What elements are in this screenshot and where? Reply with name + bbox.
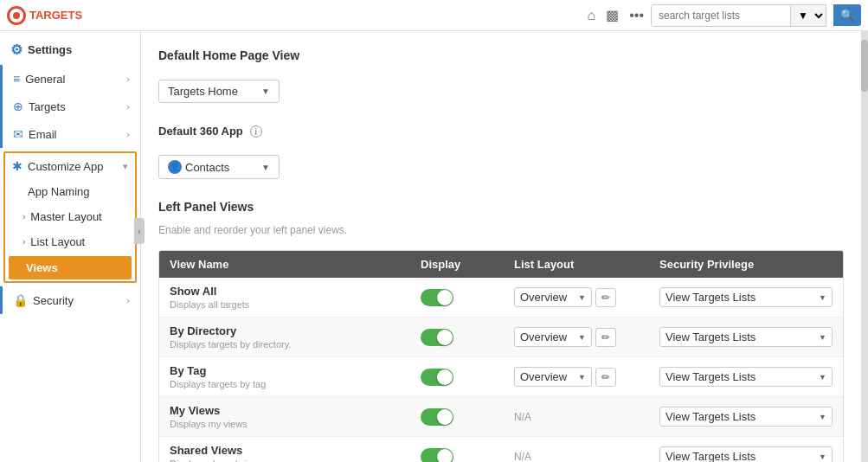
left-panel-subtitle: Enable and reorder your left panel views… bbox=[158, 224, 844, 236]
toggle-showall[interactable] bbox=[421, 289, 507, 306]
general-icon: ≡ bbox=[13, 72, 20, 86]
edit-btn-bydirectory[interactable]: ✏ bbox=[595, 328, 616, 347]
layout-select-bydirectory[interactable]: Overview ▼ bbox=[514, 327, 592, 347]
security-arrow-showall: ▼ bbox=[819, 293, 826, 302]
bar-chart-icon[interactable]: ▩ bbox=[606, 7, 619, 23]
layout-arrow-showall: ▼ bbox=[578, 293, 586, 302]
sidebar-collapse-btn[interactable]: ‹ bbox=[134, 218, 141, 244]
search-button[interactable]: 🔍 bbox=[833, 4, 861, 26]
sidebar-title: Settings bbox=[28, 43, 72, 56]
sidebar-item-general[interactable]: ≡ General › bbox=[0, 65, 140, 93]
sidebar: ⚙ Settings ≡ General › ⊕ Targets › ✉ Ema… bbox=[0, 31, 141, 462]
chevron-general: › bbox=[126, 74, 130, 84]
email-icon: ✉ bbox=[13, 127, 23, 141]
view-name-bytag: By Tag Displays targets by tag bbox=[170, 364, 414, 389]
default-home-dropdown[interactable]: Targets Home ▼ bbox=[158, 80, 280, 103]
layout-cell-myviews: N/A bbox=[514, 411, 653, 423]
logo-circle bbox=[7, 6, 26, 25]
submenu-views[interactable]: Views bbox=[9, 256, 132, 279]
search-dropdown[interactable]: ▼ bbox=[790, 5, 826, 26]
na-myviews: N/A bbox=[514, 411, 531, 423]
security-select-bydirectory[interactable]: View Targets Lists ▼ bbox=[659, 327, 833, 347]
security-select-showall[interactable]: View Targets Lists ▼ bbox=[659, 287, 833, 307]
layout-cell-bytag: Overview ▼ ✏ bbox=[514, 367, 653, 387]
default-home-title: Default Home Page View bbox=[158, 48, 844, 62]
toggle-sharedviews[interactable] bbox=[421, 448, 507, 462]
edit-btn-showall[interactable]: ✏ bbox=[595, 288, 616, 307]
layout-arrow-bytag: ▼ bbox=[578, 373, 586, 382]
toggle-bydirectory[interactable] bbox=[421, 329, 507, 346]
table-row: By Directory Displays targets by directo… bbox=[159, 318, 843, 357]
targets-icon: ⊕ bbox=[13, 99, 23, 113]
chevron-targets: › bbox=[126, 101, 130, 112]
table-header: View Name Display List Layout Security P… bbox=[159, 251, 843, 278]
sidebar-header: ⚙ Settings bbox=[0, 31, 140, 65]
contacts-option: 👤 Contacts bbox=[168, 160, 229, 174]
main-inner: Default Home Page View Targets Home ▼ De… bbox=[141, 31, 861, 462]
submenu-app-naming[interactable]: App Naming bbox=[5, 179, 135, 204]
toggle-myviews[interactable] bbox=[421, 408, 507, 426]
layout-cell-sharedviews: N/A bbox=[514, 451, 653, 462]
submenu-master-layout[interactable]: › Master Layout bbox=[5, 204, 135, 229]
gear-icon: ⚙ bbox=[10, 42, 23, 58]
label-views: Views bbox=[26, 261, 58, 274]
sidebar-label-targets: Targets bbox=[29, 100, 126, 113]
sidebar-label-customize: Customize App bbox=[28, 160, 123, 173]
layout-arrow-bydirectory: ▼ bbox=[578, 333, 586, 342]
layout: ⚙ Settings ≡ General › ⊕ Targets › ✉ Ema… bbox=[0, 31, 868, 462]
submenu-list-layout[interactable]: › List Layout bbox=[5, 229, 135, 254]
layout-select-showall[interactable]: Overview ▼ bbox=[514, 287, 592, 307]
view-name-bydirectory: By Directory Displays targets by directo… bbox=[170, 324, 414, 350]
col-list-layout: List Layout bbox=[514, 258, 653, 271]
layout-select-bytag[interactable]: Overview ▼ bbox=[514, 367, 592, 387]
arrow-master-layout: › bbox=[23, 212, 25, 221]
table-row: By Tag Displays targets by tag Overview … bbox=[159, 357, 843, 397]
info-icon[interactable]: i bbox=[250, 125, 262, 138]
default-360-dropdown[interactable]: 👤 Contacts ▼ bbox=[158, 155, 280, 179]
security-select-bytag[interactable]: View Targets Lists ▼ bbox=[659, 367, 833, 387]
label-list-layout: List Layout bbox=[30, 235, 85, 248]
top-nav: TARGETS ⌂ ▩ ••• ▼ 🔍 bbox=[0, 0, 868, 31]
default-360-title: Default 360 App i bbox=[158, 124, 844, 138]
main-content: Default Home Page View Targets Home ▼ De… bbox=[141, 31, 861, 462]
sidebar-item-targets[interactable]: ⊕ Targets › bbox=[0, 93, 140, 120]
top-nav-icons: ⌂ ▩ ••• bbox=[588, 7, 644, 23]
col-display: Display bbox=[421, 258, 507, 271]
security-arrow-bydirectory: ▼ bbox=[819, 333, 826, 342]
search-container: ▼ bbox=[651, 4, 826, 27]
sidebar-item-email[interactable]: ✉ Email › bbox=[0, 120, 140, 148]
security-select-sharedviews[interactable]: View Targets Lists ▼ bbox=[659, 446, 833, 462]
security-select-myviews[interactable]: View Targets Lists ▼ bbox=[659, 407, 833, 427]
left-panel-section: Left Panel Views Enable and reorder your… bbox=[158, 200, 844, 462]
home-icon[interactable]: ⌂ bbox=[588, 8, 596, 23]
chevron-customize: ▾ bbox=[123, 161, 128, 172]
na-sharedviews: N/A bbox=[514, 451, 531, 462]
view-name-sharedviews: Shared Views Displays shared views bbox=[170, 444, 414, 462]
security-icon: 🔒 bbox=[13, 293, 28, 307]
views-table: View Name Display List Layout Security P… bbox=[158, 250, 844, 462]
search-input[interactable] bbox=[652, 6, 790, 25]
default-360-value: Contacts bbox=[185, 161, 229, 174]
edit-btn-bytag[interactable]: ✏ bbox=[595, 368, 616, 387]
contacts-avatar-icon: 👤 bbox=[168, 160, 182, 174]
sidebar-label-general: General bbox=[25, 73, 126, 86]
view-name-showall: Show All Displays all targets bbox=[170, 285, 414, 310]
chevron-security: › bbox=[126, 295, 130, 305]
app-logo: TARGETS bbox=[7, 6, 82, 25]
security-arrow-bytag: ▼ bbox=[819, 373, 826, 382]
label-app-naming: App Naming bbox=[28, 185, 90, 198]
sidebar-item-customize[interactable]: ✱ Customize App ▾ bbox=[5, 153, 135, 179]
sidebar-item-security[interactable]: 🔒 Security › bbox=[0, 286, 140, 314]
customize-app-section: ✱ Customize App ▾ App Naming › Master La… bbox=[3, 151, 137, 283]
more-icon[interactable]: ••• bbox=[629, 8, 644, 23]
default-home-arrow: ▼ bbox=[261, 87, 270, 96]
table-row: Show All Displays all targets Overview ▼… bbox=[159, 278, 843, 318]
sidebar-label-email: Email bbox=[29, 128, 126, 141]
table-row: My Views Displays my views N/A View Targ… bbox=[159, 397, 843, 437]
toggle-bytag[interactable] bbox=[421, 369, 507, 386]
app-title: TARGETS bbox=[29, 9, 82, 22]
scrollbar[interactable] bbox=[861, 31, 868, 462]
scroll-thumb[interactable] bbox=[861, 40, 868, 92]
left-panel-title: Left Panel Views bbox=[158, 200, 844, 214]
col-view-name: View Name bbox=[170, 258, 414, 271]
